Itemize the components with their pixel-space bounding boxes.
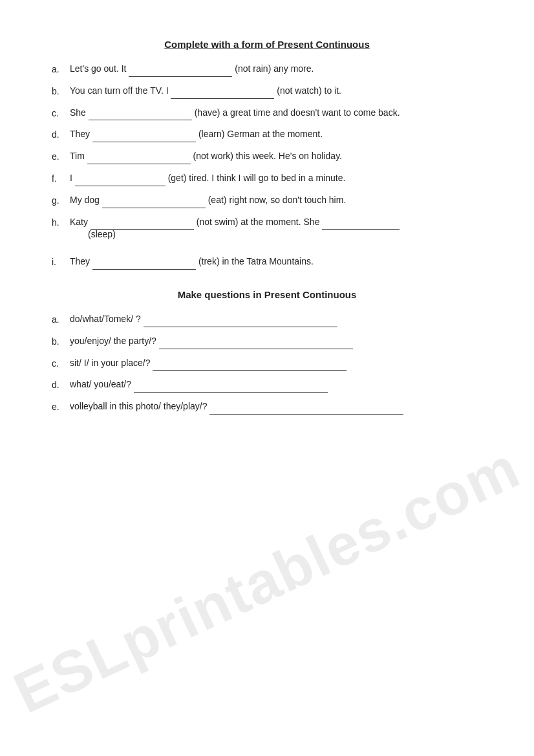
- item-prompt: what/ you/eat/?: [70, 379, 134, 389]
- answer-blank[interactable]: [89, 109, 192, 120]
- section2: Make questions in Present Continuous a. …: [52, 289, 482, 415]
- item-label-e: e.: [52, 149, 70, 164]
- answer-blank[interactable]: [153, 359, 347, 371]
- item-hint: (not watch) to it.: [277, 85, 341, 96]
- answer-blank-2[interactable]: [322, 218, 400, 230]
- answer-blank[interactable]: [159, 338, 353, 349]
- item-label-i: i.: [52, 254, 70, 269]
- item-label-q-a: a.: [52, 312, 70, 327]
- section1-list: a. Let's go out. It (not rain) any more.…: [52, 61, 482, 270]
- list-item: a. do/what/Tomek/ ?: [52, 312, 482, 327]
- list-item: b. You can turn off the TV. I (not watch…: [52, 83, 482, 99]
- list-item: b. you/enjoy/ the party/?: [52, 334, 482, 349]
- list-item: e. volleyball in this photo/ they/play/?: [52, 399, 482, 415]
- watermark: ESLprintables.com: [4, 434, 529, 726]
- item-hint: (not rain) any more.: [235, 63, 314, 74]
- item-text: She: [70, 107, 89, 118]
- section2-title: Make questions in Present Continuous: [52, 289, 482, 300]
- list-item: f. I (get) tired. I think I will go to b…: [52, 171, 482, 186]
- item-hint: (learn) German at the moment.: [198, 129, 323, 139]
- item-text: My dog: [70, 195, 102, 205]
- answer-blank[interactable]: [171, 87, 274, 99]
- section1-title: Complete with a form of Present Continuo…: [52, 39, 482, 50]
- item-prompt: volleyball in this photo/ they/play/?: [70, 401, 209, 411]
- item-label-q-e: e.: [52, 399, 70, 414]
- answer-blank[interactable]: [144, 316, 337, 327]
- item-label-d: d.: [52, 127, 70, 142]
- list-item: c. sit/ I/ in your place/?: [52, 356, 482, 371]
- item-text: I: [70, 173, 75, 183]
- item-label-f: f.: [52, 171, 70, 186]
- item-label-q-d: d.: [52, 377, 70, 392]
- item-label-c: c.: [52, 105, 70, 120]
- item-label-q-b: b.: [52, 334, 70, 349]
- answer-blank[interactable]: [75, 175, 166, 186]
- list-item: d. what/ you/eat/?: [52, 377, 482, 393]
- item-hint: (not swim) at the moment. She: [197, 217, 323, 227]
- item-text: They: [70, 256, 90, 266]
- item-prompt: sit/ I/ in your place/?: [70, 358, 153, 368]
- list-item: a. Let's go out. It (not rain) any more.: [52, 61, 482, 77]
- item-text: Tim: [70, 151, 87, 161]
- section2-list: a. do/what/Tomek/ ? b. you/enjoy/ the pa…: [52, 312, 482, 415]
- answer-blank[interactable]: [209, 403, 403, 415]
- item-label-a: a.: [52, 61, 70, 76]
- worksheet-page: Complete with a form of Present Continuo…: [0, 0, 534, 756]
- list-item: i. They (trek) in the Tatra Mountains.: [52, 254, 482, 270]
- answer-blank[interactable]: [92, 258, 196, 270]
- item-hint: (eat) right now, so don't touch him.: [208, 195, 347, 205]
- list-item: e. Tim (not work) this week. He's on hol…: [52, 149, 482, 164]
- answer-blank[interactable]: [102, 197, 206, 208]
- list-item: h. Katy (not swim) at the moment. She (s…: [52, 215, 482, 248]
- item-hint: (trek) in the Tatra Mountains.: [198, 256, 314, 266]
- item-label-q-c: c.: [52, 356, 70, 371]
- item-prompt: do/what/Tomek/ ?: [70, 314, 144, 324]
- list-item: d. They (learn) German at the moment.: [52, 127, 482, 142]
- answer-blank[interactable]: [92, 131, 196, 142]
- item-label-b: b.: [52, 83, 70, 98]
- item-hint: (not work) this week. He's on holiday.: [193, 151, 342, 161]
- item-hint: (have) a great time and doesn't want to …: [195, 107, 400, 118]
- item-label-h: h.: [52, 215, 70, 230]
- item-text: Let's go out. It: [70, 63, 129, 74]
- item-text: You can turn off the TV. I: [70, 85, 171, 96]
- item-label-g: g.: [52, 193, 70, 208]
- answer-blank[interactable]: [87, 153, 191, 164]
- answer-blank[interactable]: [129, 65, 232, 77]
- answer-blank[interactable]: [134, 381, 328, 393]
- item-text: Katy: [70, 217, 91, 227]
- list-item: c. She (have) a great time and doesn't w…: [52, 105, 482, 121]
- item-prompt: you/enjoy/ the party/?: [70, 336, 159, 346]
- list-item: g. My dog (eat) right now, so don't touc…: [52, 193, 482, 208]
- item-text: They: [70, 129, 92, 139]
- item-hint: (get) tired. I think I will go to bed in…: [168, 173, 346, 183]
